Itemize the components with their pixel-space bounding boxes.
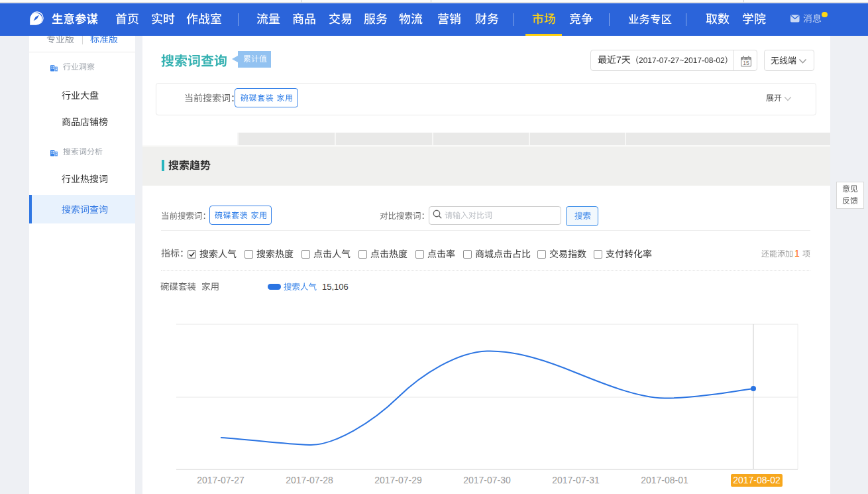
svg-text:15: 15	[743, 60, 749, 66]
